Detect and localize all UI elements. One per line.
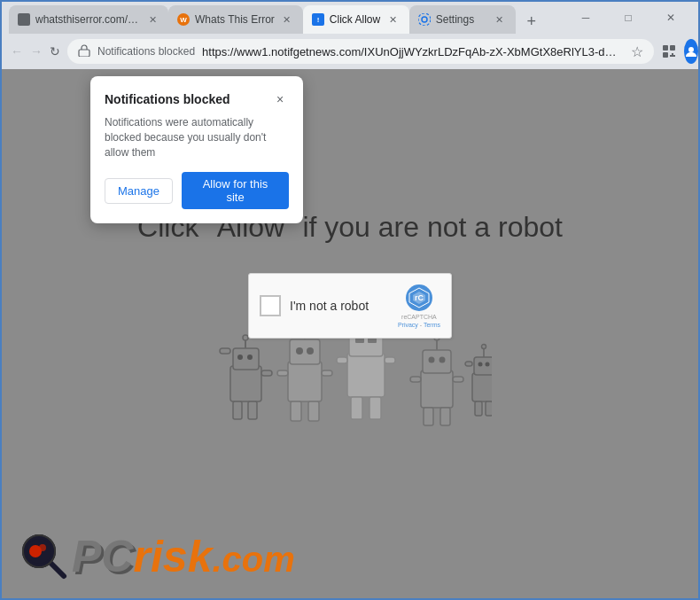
svg-rect-50 [410, 377, 421, 382]
tab4-gear-icon [418, 13, 431, 26]
svg-text:!: ! [316, 16, 319, 24]
allow-for-site-button[interactable]: Allow for this site [182, 172, 289, 209]
tab2-close-button[interactable]: ✕ [280, 12, 294, 27]
pcrisk-risk-text: risk [133, 532, 212, 581]
svg-line-70 [51, 563, 64, 576]
recaptcha-label: I'm not a robot [290, 299, 389, 313]
svg-point-58 [478, 362, 483, 367]
svg-text:rC: rC [415, 293, 424, 302]
svg-rect-8 [663, 45, 668, 51]
pcrisk-logo: PCrisk.com [19, 532, 295, 581]
svg-point-5 [422, 17, 427, 22]
url-bar[interactable]: Notifications blocked https://www1.notif… [67, 39, 654, 64]
svg-point-65 [482, 345, 486, 349]
popup-header: Notifications blocked × [105, 90, 289, 108]
recaptcha-privacy-link[interactable]: Privacy [398, 322, 418, 328]
pcrisk-magnifier-icon [19, 532, 68, 581]
svg-rect-10 [663, 52, 668, 58]
robots-area: I'm not a robot rC reCAPTCHA Privacy - T… [208, 273, 492, 441]
svg-point-19 [247, 355, 253, 360]
svg-rect-30 [277, 370, 288, 376]
recaptcha-links: Privacy - Terms [398, 322, 440, 328]
svg-rect-9 [670, 45, 675, 51]
svg-rect-53 [440, 408, 450, 425]
tab4-close-button[interactable]: ✕ [493, 12, 507, 27]
reload-button[interactable]: ↻ [50, 39, 60, 64]
svg-rect-7 [79, 50, 89, 57]
profile-button[interactable] [684, 39, 698, 64]
svg-point-13 [688, 47, 694, 52]
svg-rect-42 [351, 397, 362, 419]
tab3-label: Click Allow [330, 13, 381, 26]
tab-click-allow[interactable]: ! Click Allow ✕ [303, 5, 409, 34]
tab-settings[interactable]: Settings ✕ [409, 5, 516, 34]
tab-whatsthiserror[interactable]: whatsthiserror.com/b... ✕ [9, 5, 168, 34]
tab-whats-this-error[interactable]: W Whats This Error ✕ [168, 5, 303, 34]
new-tab-button[interactable]: + [519, 9, 544, 34]
svg-point-49 [439, 357, 446, 363]
notification-popup: Notifications blocked × Notifications we… [90, 76, 303, 223]
title-bar: whatsthiserror.com/b... ✕ W Whats This E… [2, 2, 698, 34]
svg-rect-40 [337, 357, 347, 363]
svg-rect-32 [291, 401, 301, 421]
minimize-button[interactable]: ─ [565, 4, 606, 32]
browser-window: whatsthiserror.com/b... ✕ W Whats This E… [0, 0, 700, 600]
svg-rect-26 [288, 362, 322, 401]
recaptcha-logo-icon: rC [405, 284, 433, 312]
svg-rect-12 [670, 55, 675, 57]
popup-close-button[interactable]: × [271, 90, 289, 108]
svg-rect-36 [347, 353, 385, 397]
svg-rect-57 [474, 357, 492, 375]
svg-point-29 [307, 347, 314, 355]
svg-point-28 [296, 347, 303, 355]
bookmark-star-icon[interactable]: ☆ [631, 43, 643, 60]
svg-rect-52 [424, 408, 433, 425]
back-button[interactable]: ← [11, 39, 23, 64]
maximize-button[interactable]: □ [608, 4, 649, 32]
recaptcha-checkbox[interactable] [260, 295, 281, 316]
tab4-label: Settings [436, 13, 487, 26]
svg-rect-62 [475, 401, 482, 416]
svg-rect-27 [290, 339, 320, 364]
svg-text:W: W [180, 16, 187, 24]
svg-rect-60 [465, 362, 472, 366]
svg-point-18 [237, 355, 243, 360]
svg-rect-23 [248, 401, 257, 419]
svg-rect-51 [453, 377, 463, 382]
pcrisk-text-container: PCrisk.com [72, 534, 295, 579]
svg-rect-41 [385, 357, 395, 363]
popup-title: Notifications blocked [105, 92, 230, 106]
svg-rect-20 [220, 348, 230, 354]
svg-rect-31 [322, 370, 332, 376]
extensions-button[interactable] [661, 39, 677, 64]
tab3-icon: ! [312, 13, 324, 26]
svg-rect-46 [421, 370, 453, 408]
recaptcha-badge: reCAPTCHA [401, 314, 437, 320]
popup-description: Notifications were automatically blocked… [105, 115, 289, 160]
pcrisk-pc-text: PC [72, 532, 133, 581]
svg-point-69 [39, 544, 46, 551]
close-button[interactable]: ✕ [650, 4, 691, 32]
svg-rect-22 [233, 401, 242, 419]
recaptcha-widget[interactable]: I'm not a robot rC reCAPTCHA Privacy - T… [248, 273, 452, 339]
security-icon [78, 44, 90, 59]
tab1-icon [18, 13, 30, 26]
recaptcha-terms-link[interactable]: Terms [424, 322, 440, 328]
recaptcha-logo: rC reCAPTCHA Privacy - Terms [398, 284, 440, 328]
manage-button[interactable]: Manage [105, 178, 173, 204]
tab3-close-button[interactable]: ✕ [386, 12, 401, 27]
svg-rect-47 [423, 350, 451, 373]
svg-rect-21 [261, 370, 272, 376]
page-content: Notifications blocked × Notifications we… [2, 69, 698, 598]
svg-rect-17 [233, 348, 259, 370]
tab1-close-button[interactable]: ✕ [145, 12, 159, 27]
tab1-label: whatsthiserror.com/b... [35, 13, 140, 26]
url-text: https://www1.notifgetnews.com/IXUnOjjWYz… [202, 45, 624, 58]
tabs-container: whatsthiserror.com/b... ✕ W Whats This E… [9, 2, 562, 34]
forward-button[interactable]: → [30, 39, 43, 64]
svg-rect-0 [18, 13, 30, 26]
window-controls: ─ □ ✕ [565, 4, 691, 32]
svg-rect-63 [486, 401, 492, 416]
svg-point-48 [429, 357, 435, 363]
svg-rect-33 [308, 401, 319, 421]
